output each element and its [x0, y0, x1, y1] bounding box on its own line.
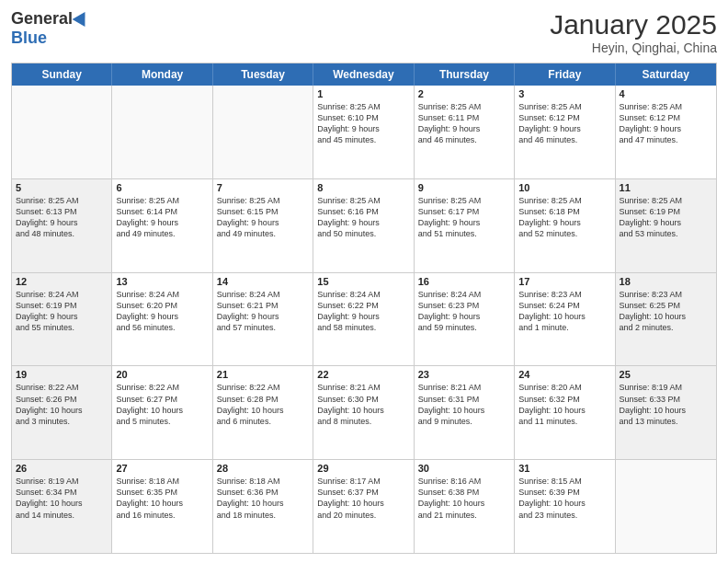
title-section: January 2025 Heyin, Qinghai, China: [550, 9, 717, 55]
day-number: 23: [418, 369, 510, 380]
cal-cell: 4Sunrise: 8:25 AM Sunset: 6:12 PM Daylig…: [616, 86, 716, 178]
cal-cell: 16Sunrise: 8:24 AM Sunset: 6:23 PM Dayli…: [415, 273, 515, 366]
cal-cell: [112, 86, 212, 178]
cal-cell: 5Sunrise: 8:25 AM Sunset: 6:13 PM Daylig…: [12, 179, 112, 272]
day-info: Sunrise: 8:19 AM Sunset: 6:34 PM Dayligh…: [16, 476, 108, 521]
cal-cell: 17Sunrise: 8:23 AM Sunset: 6:24 PM Dayli…: [515, 273, 615, 366]
day-info: Sunrise: 8:25 AM Sunset: 6:16 PM Dayligh…: [317, 195, 409, 240]
cal-header-cell: Friday: [515, 63, 615, 86]
cal-row: 19Sunrise: 8:22 AM Sunset: 6:26 PM Dayli…: [12, 365, 716, 459]
day-info: Sunrise: 8:25 AM Sunset: 6:14 PM Dayligh…: [116, 195, 208, 240]
day-info: Sunrise: 8:15 AM Sunset: 6:39 PM Dayligh…: [518, 476, 610, 521]
page: General Blue January 2025 Heyin, Qinghai…: [0, 0, 728, 563]
cal-cell: 9Sunrise: 8:25 AM Sunset: 6:17 PM Daylig…: [415, 179, 515, 272]
day-info: Sunrise: 8:25 AM Sunset: 6:17 PM Dayligh…: [418, 195, 510, 240]
cal-header-cell: Thursday: [415, 63, 515, 86]
day-number: 19: [16, 369, 108, 380]
day-info: Sunrise: 8:25 AM Sunset: 6:11 PM Dayligh…: [418, 101, 510, 146]
day-info: Sunrise: 8:20 AM Sunset: 6:32 PM Dayligh…: [518, 382, 610, 427]
day-number: 30: [418, 463, 510, 474]
day-number: 22: [317, 369, 409, 380]
day-number: 29: [317, 463, 409, 474]
day-number: 8: [317, 182, 409, 193]
day-number: 17: [518, 276, 610, 287]
cal-cell: 27Sunrise: 8:18 AM Sunset: 6:35 PM Dayli…: [112, 460, 212, 553]
day-info: Sunrise: 8:18 AM Sunset: 6:36 PM Dayligh…: [217, 476, 309, 521]
cal-cell: 6Sunrise: 8:25 AM Sunset: 6:14 PM Daylig…: [112, 179, 212, 272]
day-info: Sunrise: 8:23 AM Sunset: 6:25 PM Dayligh…: [620, 289, 712, 334]
day-number: 20: [116, 369, 208, 380]
cal-cell: 31Sunrise: 8:15 AM Sunset: 6:39 PM Dayli…: [515, 460, 615, 553]
cal-cell: 21Sunrise: 8:22 AM Sunset: 6:28 PM Dayli…: [213, 366, 313, 459]
day-number: 3: [518, 88, 610, 99]
cal-cell: 11Sunrise: 8:25 AM Sunset: 6:19 PM Dayli…: [616, 179, 716, 272]
day-number: 31: [518, 463, 610, 474]
cal-cell: [12, 86, 112, 178]
header: General Blue January 2025 Heyin, Qinghai…: [11, 9, 717, 55]
cal-cell: 7Sunrise: 8:25 AM Sunset: 6:15 PM Daylig…: [213, 179, 313, 272]
day-info: Sunrise: 8:25 AM Sunset: 6:18 PM Dayligh…: [518, 195, 610, 240]
logo-blue-text: Blue: [11, 29, 47, 48]
day-number: 27: [116, 463, 208, 474]
day-info: Sunrise: 8:25 AM Sunset: 6:15 PM Dayligh…: [217, 195, 309, 240]
logo: General Blue: [11, 9, 89, 48]
day-number: 26: [16, 463, 108, 474]
day-info: Sunrise: 8:22 AM Sunset: 6:28 PM Dayligh…: [217, 382, 309, 427]
cal-cell: 1Sunrise: 8:25 AM Sunset: 6:10 PM Daylig…: [313, 86, 414, 178]
cal-cell: [616, 460, 716, 553]
cal-cell: 25Sunrise: 8:19 AM Sunset: 6:33 PM Dayli…: [616, 366, 716, 459]
cal-cell: [213, 86, 313, 178]
day-info: Sunrise: 8:25 AM Sunset: 6:12 PM Dayligh…: [620, 101, 712, 146]
day-info: Sunrise: 8:19 AM Sunset: 6:33 PM Dayligh…: [620, 382, 712, 427]
day-info: Sunrise: 8:16 AM Sunset: 6:38 PM Dayligh…: [418, 476, 510, 521]
cal-cell: 22Sunrise: 8:21 AM Sunset: 6:30 PM Dayli…: [313, 366, 414, 459]
day-info: Sunrise: 8:25 AM Sunset: 6:13 PM Dayligh…: [16, 195, 108, 240]
day-info: Sunrise: 8:25 AM Sunset: 6:12 PM Dayligh…: [518, 101, 610, 146]
day-info: Sunrise: 8:25 AM Sunset: 6:10 PM Dayligh…: [317, 101, 409, 146]
cal-row: 26Sunrise: 8:19 AM Sunset: 6:34 PM Dayli…: [12, 459, 716, 553]
day-number: 16: [418, 276, 510, 287]
day-info: Sunrise: 8:22 AM Sunset: 6:26 PM Dayligh…: [16, 382, 108, 427]
cal-header-cell: Saturday: [616, 63, 716, 86]
day-number: 9: [418, 182, 510, 193]
cal-row: 12Sunrise: 8:24 AM Sunset: 6:19 PM Dayli…: [12, 272, 716, 366]
cal-cell: 24Sunrise: 8:20 AM Sunset: 6:32 PM Dayli…: [515, 366, 615, 459]
day-info: Sunrise: 8:18 AM Sunset: 6:35 PM Dayligh…: [116, 476, 208, 521]
cal-header-cell: Monday: [112, 63, 212, 86]
cal-cell: 19Sunrise: 8:22 AM Sunset: 6:26 PM Dayli…: [12, 366, 112, 459]
calendar-body: 1Sunrise: 8:25 AM Sunset: 6:10 PM Daylig…: [12, 86, 716, 553]
day-number: 10: [518, 182, 610, 193]
cal-header-cell: Sunday: [12, 63, 112, 86]
day-number: 15: [317, 276, 409, 287]
calendar: SundayMondayTuesdayWednesdayThursdayFrid…: [11, 63, 717, 554]
day-number: 24: [518, 369, 610, 380]
day-number: 4: [620, 88, 712, 99]
logo-general-text: General: [11, 9, 73, 29]
day-info: Sunrise: 8:24 AM Sunset: 6:21 PM Dayligh…: [217, 289, 309, 334]
cal-cell: 13Sunrise: 8:24 AM Sunset: 6:20 PM Dayli…: [112, 273, 212, 366]
day-number: 1: [317, 88, 409, 99]
day-number: 5: [16, 182, 108, 193]
cal-cell: 10Sunrise: 8:25 AM Sunset: 6:18 PM Dayli…: [515, 179, 615, 272]
cal-cell: 26Sunrise: 8:19 AM Sunset: 6:34 PM Dayli…: [12, 460, 112, 553]
cal-cell: 29Sunrise: 8:17 AM Sunset: 6:37 PM Dayli…: [313, 460, 414, 553]
day-info: Sunrise: 8:22 AM Sunset: 6:27 PM Dayligh…: [116, 382, 208, 427]
location: Heyin, Qinghai, China: [550, 40, 717, 55]
day-info: Sunrise: 8:17 AM Sunset: 6:37 PM Dayligh…: [317, 476, 409, 521]
day-number: 18: [620, 276, 712, 287]
day-info: Sunrise: 8:24 AM Sunset: 6:19 PM Dayligh…: [16, 289, 108, 334]
day-number: 6: [116, 182, 208, 193]
day-number: 2: [418, 88, 510, 99]
day-number: 12: [16, 276, 108, 287]
cal-cell: 15Sunrise: 8:24 AM Sunset: 6:22 PM Dayli…: [313, 273, 414, 366]
day-info: Sunrise: 8:25 AM Sunset: 6:19 PM Dayligh…: [620, 195, 712, 240]
cal-cell: 23Sunrise: 8:21 AM Sunset: 6:31 PM Dayli…: [415, 366, 515, 459]
day-number: 14: [217, 276, 309, 287]
cal-cell: 8Sunrise: 8:25 AM Sunset: 6:16 PM Daylig…: [313, 179, 414, 272]
cal-cell: 20Sunrise: 8:22 AM Sunset: 6:27 PM Dayli…: [112, 366, 212, 459]
cal-header-cell: Tuesday: [213, 63, 313, 86]
cal-row: 5Sunrise: 8:25 AM Sunset: 6:13 PM Daylig…: [12, 178, 716, 272]
day-info: Sunrise: 8:24 AM Sunset: 6:23 PM Dayligh…: [418, 289, 510, 334]
day-number: 13: [116, 276, 208, 287]
cal-cell: 12Sunrise: 8:24 AM Sunset: 6:19 PM Dayli…: [12, 273, 112, 366]
